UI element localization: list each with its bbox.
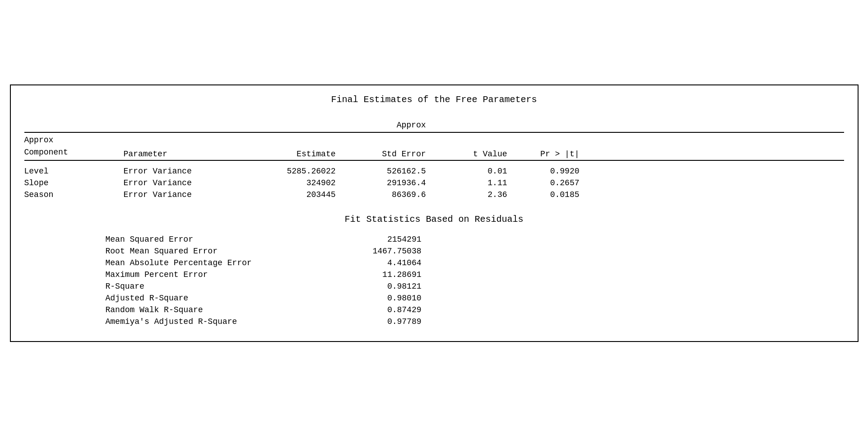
- fit-stat-label: Root Mean Squared Error: [106, 247, 331, 256]
- table-cell: 86369.6: [340, 190, 431, 199]
- fit-stat-row: Amemiya's Adjusted R-Square0.97789: [106, 316, 844, 328]
- fit-stat-value: 4.41064: [331, 258, 422, 267]
- table-cell: 1.11: [431, 178, 512, 187]
- table-cell: 526162.5: [340, 167, 431, 176]
- col-header-pr-t: Pr > |t|: [512, 134, 584, 159]
- table-cell: Error Variance: [124, 190, 250, 199]
- table-cell: Level: [24, 167, 124, 176]
- fit-stat-row: Adjusted R-Square0.98010: [106, 292, 844, 304]
- fit-stat-value: 2154291: [331, 235, 422, 244]
- data-rows: LevelError Variance5285.26022526162.50.0…: [24, 165, 844, 201]
- table-cell: 0.0185: [512, 190, 584, 199]
- fit-stat-row: Random Walk R-Square0.87429: [106, 304, 844, 316]
- fit-stat-value: 0.98010: [331, 294, 422, 303]
- column-headers: Approx Component Parameter Estimate Std …: [24, 132, 844, 161]
- col-header-component: Approx Component: [24, 134, 124, 159]
- col-header-estimate: Estimate: [250, 134, 340, 159]
- fit-title: Fit Statistics Based on Residuals: [24, 214, 844, 225]
- table-cell: 5285.26022: [250, 167, 340, 176]
- fit-stat-row: Maximum Percent Error11.28691: [106, 269, 844, 281]
- fit-stat-label: Amemiya's Adjusted R-Square: [106, 317, 331, 326]
- table-cell: 0.2657: [512, 178, 584, 187]
- table-row: SeasonError Variance20344586369.62.360.0…: [24, 189, 844, 201]
- table-cell: Error Variance: [124, 167, 250, 176]
- fit-stat-value: 0.97789: [331, 317, 422, 326]
- table-row: SlopeError Variance324902291936.41.110.2…: [24, 177, 844, 189]
- table-cell: 324902: [250, 178, 340, 187]
- fit-stat-row: Mean Squared Error2154291: [106, 234, 844, 245]
- table-cell: Slope: [24, 178, 124, 187]
- table-cell: 0.01: [431, 167, 512, 176]
- table-row: LevelError Variance5285.26022526162.50.0…: [24, 165, 844, 177]
- col-header-parameter: Parameter: [124, 134, 250, 159]
- approx-top-label: Approx: [340, 121, 431, 130]
- fit-stat-value: 0.98121: [331, 282, 422, 291]
- table-cell: Error Variance: [124, 178, 250, 187]
- table-cell: 291936.4: [340, 178, 431, 187]
- fit-stat-row: Mean Absolute Percentage Error4.41064: [106, 257, 844, 269]
- fit-rows: Mean Squared Error2154291Root Mean Squar…: [24, 234, 844, 328]
- table-cell: 203445: [250, 190, 340, 199]
- params-header-approx: Approx: [24, 121, 844, 130]
- fit-stat-label: Maximum Percent Error: [106, 270, 331, 279]
- col-header-t-value: t Value: [431, 134, 512, 159]
- fit-stat-label: Mean Squared Error: [106, 235, 331, 244]
- fit-stat-label: Random Walk R-Square: [106, 305, 331, 314]
- fit-stat-label: R-Square: [106, 282, 331, 291]
- table-cell: Season: [24, 190, 124, 199]
- fit-stat-value: 11.28691: [331, 270, 422, 279]
- table-cell: 0.9920: [512, 167, 584, 176]
- fit-stat-value: 1467.75038: [331, 247, 422, 256]
- main-title: Final Estimates of the Free Parameters: [24, 94, 844, 107]
- fit-stat-row: Root Mean Squared Error1467.75038: [106, 245, 844, 257]
- col-header-std-error: Std Error: [340, 134, 431, 159]
- main-container: Final Estimates of the Free Parameters A…: [10, 84, 859, 342]
- fit-stat-value: 0.87429: [331, 305, 422, 314]
- fit-stat-row: R-Square0.98121: [106, 281, 844, 292]
- fit-section: Fit Statistics Based on Residuals Mean S…: [24, 214, 844, 328]
- fit-stat-label: Adjusted R-Square: [106, 294, 331, 303]
- fit-stat-label: Mean Absolute Percentage Error: [106, 258, 331, 267]
- table-cell: 2.36: [431, 190, 512, 199]
- params-section: Approx Approx Component Parameter Estima…: [24, 121, 844, 201]
